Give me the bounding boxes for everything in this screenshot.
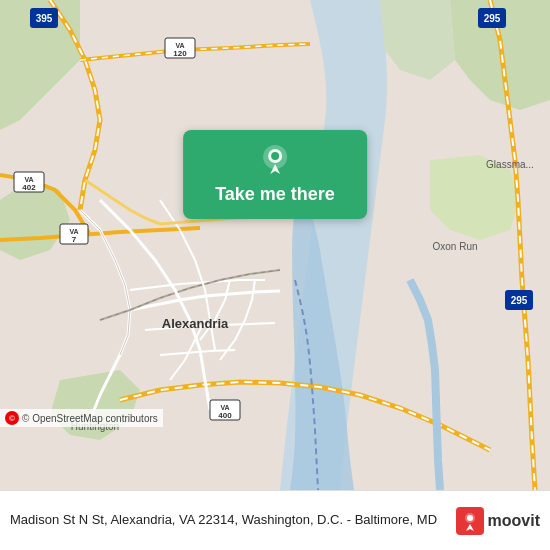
svg-text:Oxon Run: Oxon Run <box>432 241 477 252</box>
svg-text:VA: VA <box>24 176 33 183</box>
svg-text:402: 402 <box>22 183 36 192</box>
moovit-brand-icon <box>456 507 484 535</box>
svg-text:120: 120 <box>173 49 187 58</box>
osm-credit: © © OpenStreetMap contributors <box>0 409 163 427</box>
svg-text:7: 7 <box>72 235 77 244</box>
address-text: Madison St N St, Alexandria, VA 22314, W… <box>10 512 448 529</box>
svg-text:295: 295 <box>484 13 501 24</box>
svg-point-25 <box>271 152 279 160</box>
take-me-there-label: Take me there <box>215 184 335 205</box>
location-pin-icon <box>257 142 293 178</box>
svg-point-28 <box>467 515 473 521</box>
svg-text:Glassma...: Glassma... <box>486 159 534 170</box>
map-area: 395 295 295 VA 120 VA 7 VA 402 VA 400 Al… <box>0 0 550 490</box>
button-overlay: Take me there <box>183 130 367 219</box>
moovit-logo: moovit <box>456 507 540 535</box>
take-me-there-button[interactable]: Take me there <box>183 130 367 219</box>
svg-text:VA: VA <box>175 42 184 49</box>
svg-text:Alexandria: Alexandria <box>162 316 229 331</box>
svg-text:395: 395 <box>36 13 53 24</box>
svg-text:VA: VA <box>69 228 78 235</box>
svg-text:VA: VA <box>220 404 229 411</box>
svg-text:400: 400 <box>218 411 232 420</box>
bottom-bar: Madison St N St, Alexandria, VA 22314, W… <box>0 490 550 550</box>
moovit-brand-text: moovit <box>488 512 540 530</box>
svg-text:295: 295 <box>511 295 528 306</box>
osm-logo: © <box>5 411 19 425</box>
osm-credit-text: © OpenStreetMap contributors <box>22 413 158 424</box>
